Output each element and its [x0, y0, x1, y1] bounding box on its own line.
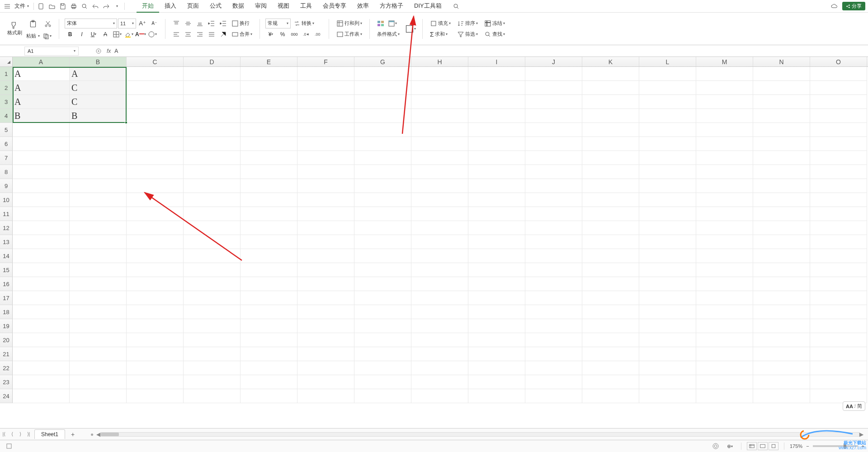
cell[interactable] — [582, 109, 639, 123]
expand-fx-icon[interactable] — [93, 46, 104, 56]
cell[interactable] — [696, 235, 753, 249]
share-button[interactable]: 分享 — [842, 2, 865, 10]
cell[interactable] — [468, 109, 525, 123]
cell[interactable] — [582, 375, 639, 389]
align-center-button[interactable] — [183, 29, 193, 39]
menu-tab-3[interactable]: 公式 — [204, 0, 227, 13]
cell[interactable] — [696, 291, 753, 305]
cell[interactable] — [696, 179, 753, 193]
cell[interactable] — [639, 305, 696, 319]
cell[interactable] — [184, 277, 241, 291]
align-bottom-button[interactable] — [194, 19, 205, 28]
cell[interactable] — [639, 389, 696, 403]
cell[interactable] — [639, 67, 696, 81]
cell[interactable] — [639, 151, 696, 165]
cell[interactable]: A — [13, 95, 70, 109]
sheet-last-button[interactable]: ⟩| — [24, 430, 33, 439]
cell[interactable] — [127, 109, 184, 123]
cell[interactable] — [127, 81, 184, 95]
cell[interactable] — [354, 347, 411, 361]
cell[interactable] — [639, 319, 696, 333]
cell[interactable] — [184, 95, 241, 109]
cell[interactable] — [70, 375, 127, 389]
cell[interactable] — [753, 361, 810, 375]
cell[interactable] — [70, 151, 127, 165]
cell[interactable] — [696, 151, 753, 165]
cell[interactable] — [354, 207, 411, 221]
sheet-prev-button[interactable]: ⟨ — [8, 430, 16, 439]
cell[interactable] — [582, 221, 639, 235]
paste-button[interactable] — [25, 17, 41, 31]
cell[interactable] — [13, 389, 70, 403]
cell[interactable] — [13, 263, 70, 277]
cell[interactable] — [354, 221, 411, 235]
row-header[interactable]: 6 — [0, 137, 13, 151]
grid-body[interactable]: 1AA2AC3AC4BB5678910111213141516171819202… — [0, 67, 868, 403]
cell[interactable] — [411, 179, 468, 193]
menu-tab-10[interactable]: 方方格子 — [374, 0, 409, 13]
cell[interactable] — [696, 389, 753, 403]
cell[interactable] — [127, 221, 184, 235]
cell[interactable] — [127, 151, 184, 165]
cell[interactable] — [810, 375, 867, 389]
zoom-in-button[interactable]: + — [862, 443, 864, 449]
cell[interactable] — [184, 165, 241, 179]
cell[interactable] — [411, 81, 468, 95]
row-header[interactable]: 9 — [0, 179, 13, 193]
cell[interactable] — [184, 249, 241, 263]
zoom-slider[interactable] — [813, 445, 858, 447]
cell[interactable] — [297, 179, 354, 193]
cell[interactable] — [753, 151, 810, 165]
cell[interactable] — [696, 81, 753, 95]
cell[interactable] — [582, 67, 639, 81]
cell[interactable] — [297, 235, 354, 249]
cell[interactable] — [184, 319, 241, 333]
cell[interactable] — [639, 291, 696, 305]
cell[interactable] — [241, 179, 297, 193]
cell[interactable] — [468, 389, 525, 403]
filter-button[interactable]: 筛选▾ — [455, 29, 480, 39]
cell[interactable] — [241, 249, 297, 263]
cell[interactable] — [582, 193, 639, 207]
view-normal-button[interactable] — [747, 442, 757, 450]
cell[interactable] — [70, 123, 127, 137]
increase-font-button[interactable]: A⁺ — [137, 19, 148, 28]
cell[interactable] — [411, 333, 468, 347]
cell[interactable] — [354, 333, 411, 347]
cell[interactable] — [184, 123, 241, 137]
row-header[interactable]: 14 — [0, 249, 13, 263]
align-left-button[interactable] — [171, 29, 182, 39]
cell[interactable] — [753, 375, 810, 389]
cell[interactable] — [70, 291, 127, 305]
cell[interactable] — [184, 347, 241, 361]
cell[interactable] — [297, 319, 354, 333]
new-icon[interactable] — [37, 2, 46, 11]
cell[interactable] — [241, 137, 297, 151]
cell[interactable] — [13, 179, 70, 193]
cell[interactable] — [582, 95, 639, 109]
cell[interactable] — [753, 165, 810, 179]
print-icon[interactable] — [69, 2, 78, 11]
convert-button[interactable]: 转换▾ — [292, 19, 316, 28]
cell[interactable] — [753, 67, 810, 81]
view-page-button[interactable] — [758, 442, 768, 450]
cell[interactable] — [184, 361, 241, 375]
cell[interactable] — [241, 95, 297, 109]
cell[interactable] — [810, 137, 867, 151]
cell[interactable] — [810, 179, 867, 193]
cell[interactable] — [411, 123, 468, 137]
bold-button[interactable]: B — [65, 29, 75, 39]
undo-icon[interactable] — [91, 2, 100, 11]
cell[interactable] — [354, 109, 411, 123]
cell[interactable] — [582, 277, 639, 291]
column-header[interactable]: G — [354, 57, 411, 66]
cell[interactable] — [525, 221, 582, 235]
cell[interactable] — [297, 95, 354, 109]
menu-tab-1[interactable]: 插入 — [159, 0, 182, 13]
cell[interactable] — [639, 165, 696, 179]
cell[interactable] — [184, 193, 241, 207]
display-icon[interactable]: ⊕▾ — [725, 441, 736, 451]
cell[interactable] — [810, 95, 867, 109]
cell[interactable] — [354, 235, 411, 249]
cell[interactable] — [241, 193, 297, 207]
